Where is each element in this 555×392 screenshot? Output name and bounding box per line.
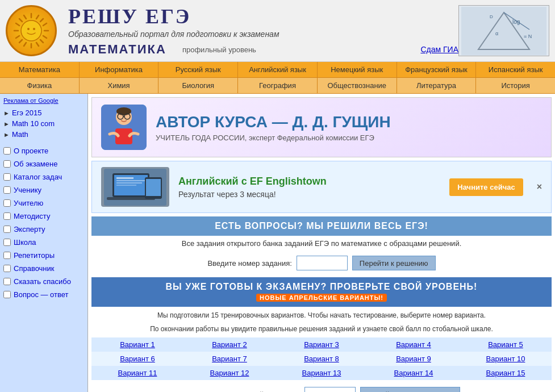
nav-obshestvo[interactable]: Обществознание (318, 78, 397, 93)
author-illustration (101, 105, 147, 150)
checkbox-3[interactable] (3, 186, 11, 194)
variant-link-2-2[interactable]: Вариант 13 (302, 369, 341, 377)
sidebar-item-1[interactable]: Об экзамене (3, 157, 84, 170)
nav-geografiya[interactable]: География (238, 78, 318, 93)
checkbox-10[interactable] (3, 278, 11, 285)
math-level: профильный уровень (182, 45, 256, 54)
sidebar-link-label-1: Егэ 2015 (12, 109, 42, 117)
nav-french[interactable]: Французский язык (397, 62, 477, 77)
page-header: РЕШУ ЕГЭ Образовательный портал для подг… (0, 0, 555, 62)
author-name: АВТОР КУРСА — Д. Д. ГУЩИН (156, 113, 542, 131)
exam-section-text1: Мы подготовили 15 тренировочных варианто… (91, 307, 552, 324)
variant-link-0-1[interactable]: Вариант 2 (212, 340, 247, 349)
svg-rect-43 (146, 179, 161, 196)
svg-rect-40 (116, 182, 142, 184)
sidebar-item-10[interactable]: Сказать спасибо (3, 275, 84, 288)
svg-rect-39 (116, 180, 145, 181)
nav-fizika[interactable]: Физика (0, 78, 80, 93)
arrow-icon-2: ► (3, 120, 10, 127)
sidebar-item-4[interactable]: Учителю (3, 197, 84, 210)
svg-line-16 (36, 43, 39, 46)
svg-point-18 (27, 28, 30, 30)
ad-close-button[interactable]: × (537, 182, 542, 192)
teacher-input-row: Вариант, составленный учителем: Перейти … (91, 382, 552, 392)
arrow-icon-1: ► (3, 110, 10, 116)
variant-link-1-4[interactable]: Вариант 10 (486, 355, 525, 363)
site-title: РЕШУ ЕГЭ (68, 5, 458, 28)
svg-text:= N: = N (524, 34, 532, 39)
sidebar-item-2[interactable]: Каталог задач (3, 170, 84, 184)
svg-line-6 (40, 40, 43, 43)
svg-rect-20 (461, 7, 546, 55)
svg-line-11 (16, 36, 19, 38)
ad-banner: Английский с EF Englishtown Результат че… (91, 161, 552, 213)
sidebar-item-3[interactable]: Ученику (3, 184, 84, 197)
nav-informatika[interactable]: Информатика (80, 62, 159, 77)
nav-biologiya[interactable]: Биология (158, 78, 238, 93)
go-to-solution-button[interactable]: Перейти к решению (352, 256, 436, 270)
svg-line-8 (19, 40, 22, 43)
sidebar-item-9[interactable]: Справочник (3, 262, 84, 275)
teacher-variant-input[interactable] (304, 387, 356, 392)
logo (6, 5, 57, 56)
gia-link[interactable]: Сдам ГИА (420, 45, 458, 54)
author-desc: УЧИТЕЛЬ ГОДА РОССИИ, эксперт Федеральной… (156, 134, 542, 142)
variant-link-1-3[interactable]: Вариант 9 (396, 355, 431, 363)
checkbox-2[interactable] (3, 173, 11, 181)
nav-german[interactable]: Немецкий язык (318, 62, 397, 77)
ad-button[interactable]: Начните сейчас (449, 178, 523, 196)
ad-subtitle: Результат через 3 месяца! (178, 190, 440, 199)
nav-russian[interactable]: Русский язык (158, 62, 238, 77)
go-to-testing-button[interactable]: Перейти к тестированию (360, 387, 460, 392)
checkbox-6[interactable] (3, 226, 11, 233)
checkbox-9[interactable] (3, 265, 11, 272)
sidebar-item-8[interactable]: Репетиторы (3, 249, 84, 262)
checkbox-8[interactable] (3, 252, 11, 259)
variant-link-0-2[interactable]: Вариант 3 (304, 340, 339, 349)
sidebar-item-11[interactable]: Вопрос — ответ (3, 288, 84, 301)
variant-link-2-1[interactable]: Вариант 12 (210, 369, 249, 377)
nav-bar-1: Математика Информатика Русский язык Англ… (0, 62, 555, 78)
sidebar-link-math10[interactable]: ► Math 10 com (3, 118, 84, 129)
checkbox-11[interactable] (3, 291, 11, 298)
nav-spanish[interactable]: Испанский язык (476, 62, 555, 77)
sidebar-item-5[interactable]: Методисту (3, 210, 84, 223)
sidebar-item-7[interactable]: Школа (3, 236, 84, 249)
sidebar-item-0[interactable]: О проекте (3, 144, 84, 157)
variant-link-1-0[interactable]: Вариант 6 (120, 355, 155, 363)
author-banner: АВТОР КУРСА — Д. Д. ГУЩИН УЧИТЕЛЬ ГОДА Р… (91, 97, 552, 157)
task-input-row: Введите номер задания: Перейти к решению (88, 251, 555, 275)
header-right-image: log α = N D (458, 5, 549, 56)
device-illustration (104, 169, 166, 206)
variant-link-1-2[interactable]: Вариант 8 (304, 355, 339, 363)
svg-line-5 (19, 19, 22, 22)
author-text: АВТОР КУРСА — Д. Д. ГУЩИН УЧИТЕЛЬ ГОДА Р… (156, 113, 542, 142)
checkbox-1[interactable] (3, 160, 11, 168)
questions-section-header: ЕСТЬ ВОПРОСЫ? МЫ РЕШИЛИ ВЕСЬ ЕГЭ! (91, 216, 552, 236)
sidebar-link-ege2015[interactable]: ► Егэ 2015 (3, 107, 84, 118)
sidebar-item-6[interactable]: Эксперту (3, 223, 84, 236)
ad-text: Английский с EF Englishtown Результат че… (178, 176, 440, 199)
nav-himiya[interactable]: Химия (80, 78, 159, 93)
variant-link-2-3[interactable]: Вариант 14 (394, 369, 433, 377)
sidebar: Реклама от Google ► Егэ 2015 ► Math 10 c… (0, 94, 88, 392)
variant-link-2-4[interactable]: Вариант 15 (486, 369, 525, 377)
nav-bar-2: Физика Химия Биология География Общество… (0, 78, 555, 94)
nav-english[interactable]: Английский язык (238, 62, 318, 77)
variant-link-1-1[interactable]: Вариант 7 (212, 355, 247, 363)
checkbox-0[interactable] (3, 147, 11, 155)
nav-istoriya[interactable]: История (476, 78, 555, 93)
nav-literatura[interactable]: Литература (397, 78, 477, 93)
checkbox-4[interactable] (3, 199, 11, 207)
sidebar-link-math[interactable]: ► Math (3, 129, 84, 140)
variant-link-0-3[interactable]: Вариант 4 (396, 340, 431, 349)
task-number-input[interactable] (297, 256, 348, 270)
sidebar-ad-label[interactable]: Реклама от Google (3, 97, 84, 104)
variant-link-0-0[interactable]: Вариант 1 (120, 340, 155, 349)
checkbox-7[interactable] (3, 239, 11, 246)
nav-matematika[interactable]: Математика (0, 62, 80, 77)
variant-link-0-4[interactable]: Вариант 5 (488, 340, 523, 349)
variant-link-2-0[interactable]: Вариант 11 (118, 369, 157, 377)
checkbox-5[interactable] (3, 212, 11, 220)
author-avatar (101, 105, 147, 150)
